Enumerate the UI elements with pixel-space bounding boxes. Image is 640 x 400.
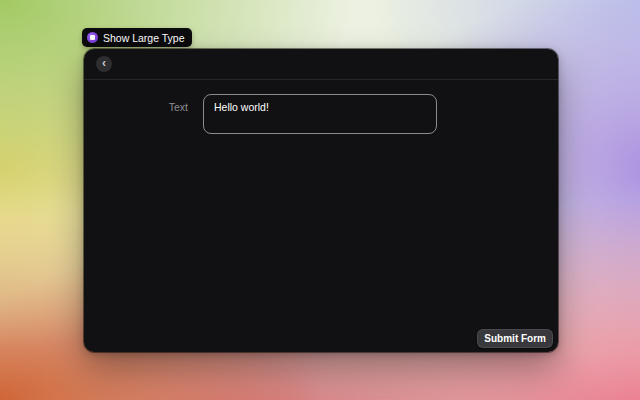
large-type-glyph <box>90 35 95 40</box>
form-row-text: Text Hello world! <box>84 94 558 134</box>
window-header: ‹ <box>84 49 558 80</box>
text-field-input[interactable]: Hello world! <box>203 94 437 134</box>
large-type-extension-icon <box>87 32 98 43</box>
command-tooltip: Show Large Type <box>82 28 192 47</box>
submit-form-button[interactable]: Submit Form <box>477 329 553 348</box>
app-window: ‹ Text Hello world! Submit Form <box>84 49 558 352</box>
form-body: Text Hello world! <box>84 80 558 134</box>
desktop-background: Show Large Type ‹ Text Hello world! Subm… <box>0 0 640 400</box>
text-field-label: Text <box>84 94 188 113</box>
chevron-left-icon: ‹ <box>102 57 106 69</box>
command-tooltip-label: Show Large Type <box>103 32 185 44</box>
back-button[interactable]: ‹ <box>96 56 112 72</box>
